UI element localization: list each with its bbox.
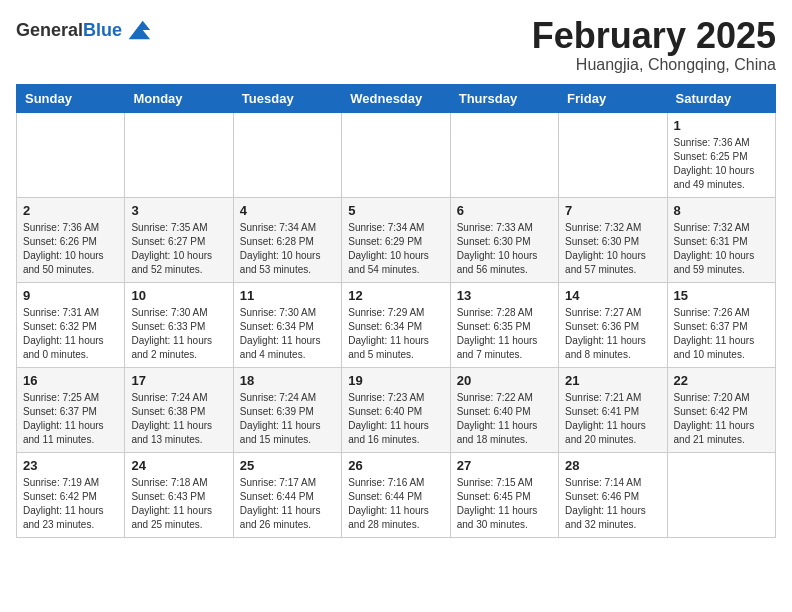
day-number: 5 <box>348 203 443 218</box>
calendar-cell: 20Sunrise: 7:22 AMSunset: 6:40 PMDayligh… <box>450 367 558 452</box>
day-number: 6 <box>457 203 552 218</box>
header-row: SundayMondayTuesdayWednesdayThursdayFrid… <box>17 84 776 112</box>
calendar-cell: 19Sunrise: 7:23 AMSunset: 6:40 PMDayligh… <box>342 367 450 452</box>
logo-icon <box>124 16 152 44</box>
day-number: 13 <box>457 288 552 303</box>
calendar-cell <box>233 112 341 197</box>
calendar-cell: 9Sunrise: 7:31 AMSunset: 6:32 PMDaylight… <box>17 282 125 367</box>
calendar-cell: 15Sunrise: 7:26 AMSunset: 6:37 PMDayligh… <box>667 282 775 367</box>
svg-marker-0 <box>129 21 150 40</box>
calendar-cell: 11Sunrise: 7:30 AMSunset: 6:34 PMDayligh… <box>233 282 341 367</box>
day-info: Sunrise: 7:29 AMSunset: 6:34 PMDaylight:… <box>348 306 443 362</box>
day-info: Sunrise: 7:25 AMSunset: 6:37 PMDaylight:… <box>23 391 118 447</box>
day-number: 7 <box>565 203 660 218</box>
day-number: 21 <box>565 373 660 388</box>
calendar-cell: 12Sunrise: 7:29 AMSunset: 6:34 PMDayligh… <box>342 282 450 367</box>
calendar-cell <box>342 112 450 197</box>
day-info: Sunrise: 7:22 AMSunset: 6:40 PMDaylight:… <box>457 391 552 447</box>
day-info: Sunrise: 7:35 AMSunset: 6:27 PMDaylight:… <box>131 221 226 277</box>
calendar-cell: 28Sunrise: 7:14 AMSunset: 6:46 PMDayligh… <box>559 452 667 537</box>
logo-blue: Blue <box>83 20 122 40</box>
day-info: Sunrise: 7:30 AMSunset: 6:34 PMDaylight:… <box>240 306 335 362</box>
day-info: Sunrise: 7:26 AMSunset: 6:37 PMDaylight:… <box>674 306 769 362</box>
day-info: Sunrise: 7:16 AMSunset: 6:44 PMDaylight:… <box>348 476 443 532</box>
day-info: Sunrise: 7:32 AMSunset: 6:31 PMDaylight:… <box>674 221 769 277</box>
day-number: 3 <box>131 203 226 218</box>
day-info: Sunrise: 7:14 AMSunset: 6:46 PMDaylight:… <box>565 476 660 532</box>
day-number: 14 <box>565 288 660 303</box>
calendar-week-5: 23Sunrise: 7:19 AMSunset: 6:42 PMDayligh… <box>17 452 776 537</box>
day-info: Sunrise: 7:34 AMSunset: 6:28 PMDaylight:… <box>240 221 335 277</box>
calendar-cell <box>559 112 667 197</box>
day-info: Sunrise: 7:30 AMSunset: 6:33 PMDaylight:… <box>131 306 226 362</box>
day-info: Sunrise: 7:36 AMSunset: 6:25 PMDaylight:… <box>674 136 769 192</box>
calendar-week-3: 9Sunrise: 7:31 AMSunset: 6:32 PMDaylight… <box>17 282 776 367</box>
calendar-cell: 22Sunrise: 7:20 AMSunset: 6:42 PMDayligh… <box>667 367 775 452</box>
calendar-cell <box>125 112 233 197</box>
calendar-cell: 16Sunrise: 7:25 AMSunset: 6:37 PMDayligh… <box>17 367 125 452</box>
day-number: 11 <box>240 288 335 303</box>
day-info: Sunrise: 7:36 AMSunset: 6:26 PMDaylight:… <box>23 221 118 277</box>
day-info: Sunrise: 7:23 AMSunset: 6:40 PMDaylight:… <box>348 391 443 447</box>
day-header-friday: Friday <box>559 84 667 112</box>
calendar-week-1: 1Sunrise: 7:36 AMSunset: 6:25 PMDaylight… <box>17 112 776 197</box>
calendar-cell: 6Sunrise: 7:33 AMSunset: 6:30 PMDaylight… <box>450 197 558 282</box>
day-header-tuesday: Tuesday <box>233 84 341 112</box>
calendar-cell: 4Sunrise: 7:34 AMSunset: 6:28 PMDaylight… <box>233 197 341 282</box>
day-info: Sunrise: 7:20 AMSunset: 6:42 PMDaylight:… <box>674 391 769 447</box>
day-info: Sunrise: 7:24 AMSunset: 6:38 PMDaylight:… <box>131 391 226 447</box>
day-info: Sunrise: 7:28 AMSunset: 6:35 PMDaylight:… <box>457 306 552 362</box>
day-number: 12 <box>348 288 443 303</box>
calendar-cell: 5Sunrise: 7:34 AMSunset: 6:29 PMDaylight… <box>342 197 450 282</box>
calendar-cell <box>450 112 558 197</box>
logo: GeneralBlue <box>16 16 152 44</box>
day-number: 26 <box>348 458 443 473</box>
day-number: 9 <box>23 288 118 303</box>
day-number: 8 <box>674 203 769 218</box>
day-info: Sunrise: 7:17 AMSunset: 6:44 PMDaylight:… <box>240 476 335 532</box>
main-title: February 2025 <box>532 16 776 56</box>
day-info: Sunrise: 7:32 AMSunset: 6:30 PMDaylight:… <box>565 221 660 277</box>
day-info: Sunrise: 7:34 AMSunset: 6:29 PMDaylight:… <box>348 221 443 277</box>
day-number: 22 <box>674 373 769 388</box>
calendar-cell: 2Sunrise: 7:36 AMSunset: 6:26 PMDaylight… <box>17 197 125 282</box>
calendar-cell: 25Sunrise: 7:17 AMSunset: 6:44 PMDayligh… <box>233 452 341 537</box>
calendar-cell: 18Sunrise: 7:24 AMSunset: 6:39 PMDayligh… <box>233 367 341 452</box>
logo-general: General <box>16 20 83 40</box>
day-info: Sunrise: 7:27 AMSunset: 6:36 PMDaylight:… <box>565 306 660 362</box>
calendar-cell: 14Sunrise: 7:27 AMSunset: 6:36 PMDayligh… <box>559 282 667 367</box>
day-number: 24 <box>131 458 226 473</box>
day-number: 28 <box>565 458 660 473</box>
calendar-table: SundayMondayTuesdayWednesdayThursdayFrid… <box>16 84 776 538</box>
calendar-cell <box>667 452 775 537</box>
day-number: 23 <box>23 458 118 473</box>
title-section: February 2025 Huangjia, Chongqing, China <box>532 16 776 74</box>
calendar-cell <box>17 112 125 197</box>
calendar-cell: 26Sunrise: 7:16 AMSunset: 6:44 PMDayligh… <box>342 452 450 537</box>
calendar-cell: 27Sunrise: 7:15 AMSunset: 6:45 PMDayligh… <box>450 452 558 537</box>
day-number: 17 <box>131 373 226 388</box>
day-info: Sunrise: 7:33 AMSunset: 6:30 PMDaylight:… <box>457 221 552 277</box>
day-number: 4 <box>240 203 335 218</box>
calendar-cell: 8Sunrise: 7:32 AMSunset: 6:31 PMDaylight… <box>667 197 775 282</box>
day-number: 25 <box>240 458 335 473</box>
day-number: 19 <box>348 373 443 388</box>
day-number: 18 <box>240 373 335 388</box>
day-header-saturday: Saturday <box>667 84 775 112</box>
calendar-cell: 21Sunrise: 7:21 AMSunset: 6:41 PMDayligh… <box>559 367 667 452</box>
page-header: GeneralBlue February 2025 Huangjia, Chon… <box>16 16 776 74</box>
day-info: Sunrise: 7:18 AMSunset: 6:43 PMDaylight:… <box>131 476 226 532</box>
day-number: 10 <box>131 288 226 303</box>
calendar-cell: 13Sunrise: 7:28 AMSunset: 6:35 PMDayligh… <box>450 282 558 367</box>
day-number: 16 <box>23 373 118 388</box>
day-info: Sunrise: 7:24 AMSunset: 6:39 PMDaylight:… <box>240 391 335 447</box>
day-number: 15 <box>674 288 769 303</box>
day-info: Sunrise: 7:21 AMSunset: 6:41 PMDaylight:… <box>565 391 660 447</box>
calendar-header: SundayMondayTuesdayWednesdayThursdayFrid… <box>17 84 776 112</box>
calendar-cell: 10Sunrise: 7:30 AMSunset: 6:33 PMDayligh… <box>125 282 233 367</box>
day-header-monday: Monday <box>125 84 233 112</box>
calendar-cell: 7Sunrise: 7:32 AMSunset: 6:30 PMDaylight… <box>559 197 667 282</box>
calendar-cell: 24Sunrise: 7:18 AMSunset: 6:43 PMDayligh… <box>125 452 233 537</box>
calendar-cell: 23Sunrise: 7:19 AMSunset: 6:42 PMDayligh… <box>17 452 125 537</box>
day-header-wednesday: Wednesday <box>342 84 450 112</box>
